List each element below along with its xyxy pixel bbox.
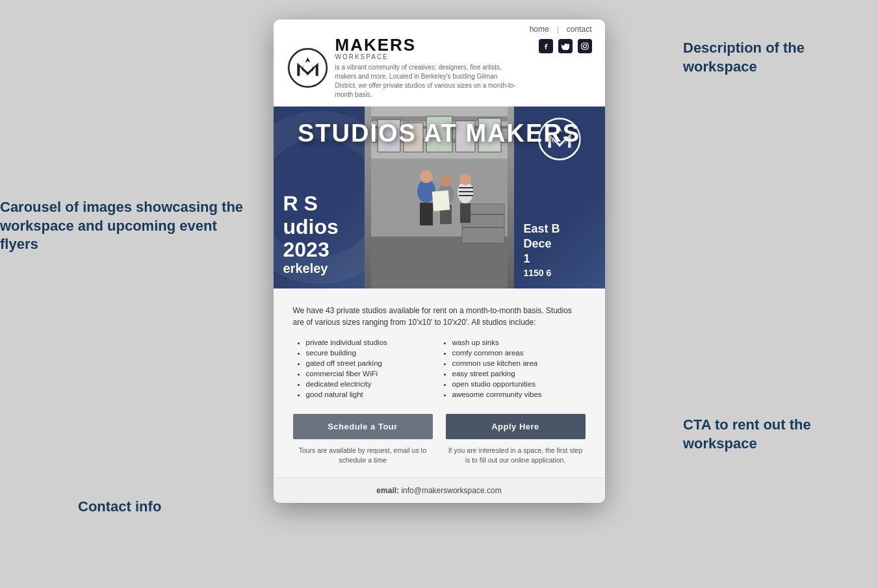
schedule-note: Tours are available by request, email us… [293, 446, 433, 465]
svg-point-21 [420, 170, 433, 183]
content-section: We have 43 private studios available for… [274, 288, 605, 478]
feature-item: common use kitchen area [452, 359, 586, 367]
annotation-cta: CTA to rent out the workspace [683, 416, 878, 453]
feature-item: gated off street parking [306, 359, 439, 367]
schedule-tour-button[interactable]: Schedule a Tour [293, 414, 433, 439]
annotation-description: Description of the workspace [683, 39, 878, 76]
logo-area: MAKERS WORKSPACE is a vibrant community … [287, 36, 517, 99]
feature-item: commercial fiber WiFi [306, 370, 439, 377]
footer-email-value: info@makersworkspace.com [401, 486, 501, 495]
svg-point-5 [586, 44, 587, 45]
svg-point-0 [287, 48, 328, 88]
feature-item: secure building [306, 349, 439, 357]
logo-description: is a vibrant community of creatives: des… [335, 63, 517, 99]
features-col-left: private individual studiossecure buildin… [293, 339, 439, 401]
annotation-carousel: Carousel of images showcasing the worksp… [0, 198, 253, 254]
apply-here-button[interactable]: Apply Here [446, 414, 586, 439]
apply-note: If you are interested in a space, the fi… [446, 446, 586, 465]
annotation-contact: Contact info [78, 498, 273, 517]
social-icons [539, 39, 592, 53]
panel-right-text: East B Dece 1 1150 6 [524, 222, 595, 279]
svg-rect-22 [420, 203, 433, 225]
feature-item: awesome community vibes [452, 390, 586, 398]
svg-point-30 [459, 173, 471, 185]
twitter-icon[interactable] [558, 39, 573, 53]
feature-item: open studio opportunities [452, 380, 586, 388]
header-main: MAKERS WORKSPACE is a vibrant community … [287, 36, 592, 99]
content-description: We have 43 private studios available for… [293, 305, 586, 328]
facebook-icon[interactable] [539, 39, 553, 53]
logo-icon [287, 47, 329, 89]
svg-rect-19 [462, 227, 504, 228]
logo-subtitle: WORKSPACE [335, 53, 517, 60]
feature-item: wash up sinks [452, 339, 586, 346]
features-list-right: wash up sinkscomfy common areascommon us… [439, 339, 586, 398]
instagram-icon[interactable] [578, 39, 592, 53]
feature-item: dedicated electricity [306, 380, 439, 388]
svg-rect-3 [582, 43, 588, 49]
svg-rect-11 [371, 236, 508, 288]
hero-title: STUDIOS AT MAKERS [274, 120, 605, 147]
feature-item: comfy common areas [452, 349, 586, 357]
svg-point-24 [440, 175, 452, 186]
footer-email-label: email: [376, 486, 399, 495]
nav-home-link[interactable]: home [530, 25, 549, 34]
cta-section: Schedule a Tour Tours are available by r… [293, 414, 586, 465]
feature-item: easy street parking [452, 370, 586, 377]
features-list-left: private individual studiossecure buildin… [293, 339, 439, 398]
hero-title-overlay: STUDIOS AT MAKERS [274, 120, 605, 147]
logo-name: MAKERS [335, 36, 517, 53]
panel-left-text: R S udios 2023 erkeley [283, 192, 355, 275]
cta-col-schedule: Schedule a Tour Tours are available by r… [293, 414, 433, 465]
feature-item: good natural light [306, 390, 439, 398]
top-nav: home | contact [287, 25, 592, 34]
browser-window: home | contact MAKERS WORKS [274, 19, 605, 503]
cta-col-apply: Apply Here If you are interested in a sp… [446, 414, 586, 465]
feature-item: private individual studios [306, 339, 439, 346]
features-col-right: wash up sinkscomfy common areascommon us… [439, 339, 586, 401]
site-header: home | contact MAKERS WORKS [274, 19, 605, 107]
svg-rect-32 [432, 190, 450, 211]
hero-carousel: STUDIOS AT MAKERS R S udios 2023 erkeley [274, 107, 605, 288]
site-footer: email: info@makersworkspace.com [274, 478, 605, 503]
nav-contact-link[interactable]: contact [567, 25, 592, 34]
svg-point-4 [583, 45, 586, 48]
logo-text-area: MAKERS WORKSPACE is a vibrant community … [335, 36, 517, 99]
nav-separator: | [557, 25, 559, 34]
features-grid: private individual studiossecure buildin… [293, 339, 586, 401]
svg-rect-31 [460, 203, 471, 223]
